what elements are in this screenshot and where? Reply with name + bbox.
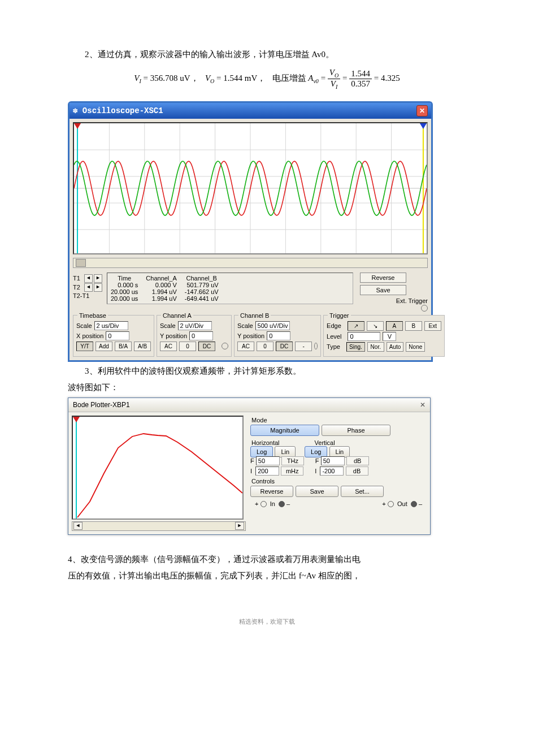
trig-a[interactable]: A — [386, 321, 403, 331]
paragraph-4b: 压的有效值，计算出输出电压的振幅值，完成下列表，并汇出 f~Av 相应的图， — [68, 569, 466, 584]
in-plus-icon — [261, 501, 267, 507]
t2-right[interactable]: ► — [94, 283, 102, 292]
h-log[interactable]: Log — [250, 446, 273, 457]
bode-save[interactable]: Save — [296, 486, 338, 497]
hi-unit[interactable]: mHz — [281, 466, 303, 476]
timebase-xpos[interactable]: 0 — [106, 331, 129, 340]
chb-ac[interactable]: AC — [237, 342, 254, 351]
chb-minus[interactable]: - — [295, 342, 312, 351]
add-button[interactable]: Add — [95, 342, 112, 351]
hf-unit[interactable]: THz — [281, 456, 304, 465]
ab-button[interactable]: A/B — [134, 342, 151, 351]
edge-fall[interactable]: ↘ — [367, 321, 384, 331]
group-channel-a: Channel A Scale 2 uV/Div Y position 0 AC… — [157, 315, 232, 357]
close-icon[interactable]: ✕ — [416, 105, 428, 116]
chb-zero[interactable]: 0 — [257, 342, 273, 351]
osc-titlebar[interactable]: ✽ Oscilloscope-XSC1 ✕ — [70, 103, 431, 119]
paragraph-3b: 波特图如下： — [68, 381, 466, 395]
phase-button[interactable]: Phase — [322, 425, 390, 436]
ext-trigger-radio[interactable] — [421, 305, 428, 312]
cha-radio[interactable] — [222, 343, 228, 349]
mode-label: Mode — [251, 417, 427, 424]
timebase-scale[interactable]: 2 us/Div — [94, 321, 128, 330]
oscilloscope-window: ✽ Oscilloscope-XSC1 ✕ — [68, 101, 433, 362]
bode-scroll-right[interactable]: ► — [235, 522, 244, 530]
paragraph-4a: 4、改变信号源的频率（信号源幅值不变），通过示波器或着万用表测量输出电 — [68, 552, 466, 567]
v-log[interactable]: Log — [305, 446, 327, 457]
reverse-button[interactable]: Reverse — [360, 273, 406, 283]
group-timebase: Timebase Scale 2 us/Div X position 0 Y/T… — [73, 315, 154, 357]
group-trigger: Trigger Edge ↗ ↘ A B Ext Level 0 V Type — [323, 315, 445, 357]
t1-left[interactable]: ◄ — [84, 274, 93, 283]
chb-radio[interactable] — [314, 343, 318, 349]
out-minus-icon — [411, 501, 417, 507]
trig-level[interactable]: 0 — [348, 332, 380, 341]
chb-scale[interactable]: 500 uV/Div — [255, 321, 290, 330]
bode-titlebar[interactable]: Bode Plotter-XBP1✕ — [68, 398, 430, 412]
osc-screen — [73, 122, 428, 254]
magnitude-button[interactable]: Magnitude — [250, 425, 319, 436]
bode-screen — [72, 416, 244, 520]
t2-left[interactable]: ◄ — [84, 283, 93, 292]
paragraph-2: 2、通过仿真，观察示波器中的输入输出波形，计算电压增益 Av0。 — [68, 47, 466, 62]
yt-button[interactable]: Y/T — [76, 342, 93, 351]
bode-set[interactable]: Set... — [341, 486, 384, 497]
formula-gain: VI = 356.708 uV， VO = 1.544 mV， 电压增益 Av0… — [68, 64, 466, 98]
trig-ext[interactable]: Ext — [424, 321, 441, 331]
cha-zero[interactable]: 0 — [179, 342, 196, 351]
group-channel-b: Channel B Scale 500 uV/Div Y position 0 … — [234, 315, 321, 357]
cha-ac[interactable]: AC — [160, 342, 177, 351]
h-lin[interactable]: Lin — [275, 446, 296, 457]
hf-value[interactable]: 50 — [256, 456, 280, 465]
cha-dc[interactable]: DC — [198, 342, 215, 351]
ba-button[interactable]: B/A — [115, 342, 132, 351]
trig-auto[interactable]: Auto — [387, 342, 404, 352]
bode-scroll-left[interactable]: ◄ — [73, 522, 83, 530]
out-plus-icon — [388, 501, 394, 507]
bode-scrollbar[interactable]: ◄ ► — [72, 521, 246, 531]
cursor-readout: Time 0.000 s 20.000 us 20.000 us Channel… — [107, 273, 353, 304]
svg-rect-19 — [73, 417, 242, 519]
chb-dc[interactable]: DC — [276, 342, 293, 351]
vf-unit[interactable]: dB — [346, 456, 369, 465]
vi-unit[interactable]: dB — [346, 466, 368, 476]
paragraph-3: 3、利用软件中的波特图仪观察通频带，并计算矩形系数。 — [68, 364, 466, 379]
edge-rise[interactable]: ↗ — [348, 321, 364, 331]
ext-trigger-label: Ext. Trigger — [396, 297, 428, 304]
save-button[interactable]: Save — [360, 285, 406, 295]
trig-nor[interactable]: Nor. — [367, 342, 384, 352]
vi-value[interactable]: -200 — [320, 466, 344, 476]
trig-none[interactable]: None — [406, 342, 425, 352]
cha-scale[interactable]: 2 uV/Div — [178, 321, 212, 330]
t1-right[interactable]: ► — [94, 274, 102, 283]
trig-level-unit[interactable]: V — [383, 332, 396, 341]
hi-value[interactable]: 200 — [255, 466, 279, 476]
page-footer: 精选资料，欢迎下载 — [68, 617, 466, 626]
bode-close-icon[interactable]: ✕ — [420, 401, 426, 409]
trig-sing[interactable]: Sing. — [346, 342, 365, 352]
in-minus-icon — [279, 501, 285, 507]
trig-b[interactable]: B — [405, 321, 422, 331]
cursor-labels: T1 ◄► T2 ◄► T2-T1 — [73, 273, 105, 300]
bode-reverse[interactable]: Reverse — [250, 486, 293, 497]
vf-value[interactable]: 50 — [321, 456, 345, 465]
cha-ypos[interactable]: 0 — [189, 331, 213, 340]
v-lin[interactable]: Lin — [329, 446, 350, 457]
osc-scrollbar[interactable] — [73, 258, 428, 268]
bode-window: Bode Plotter-XBP1✕ ◄ ► Mode Magnitude Ph… — [68, 398, 431, 535]
chb-ypos[interactable]: 0 — [267, 331, 290, 340]
